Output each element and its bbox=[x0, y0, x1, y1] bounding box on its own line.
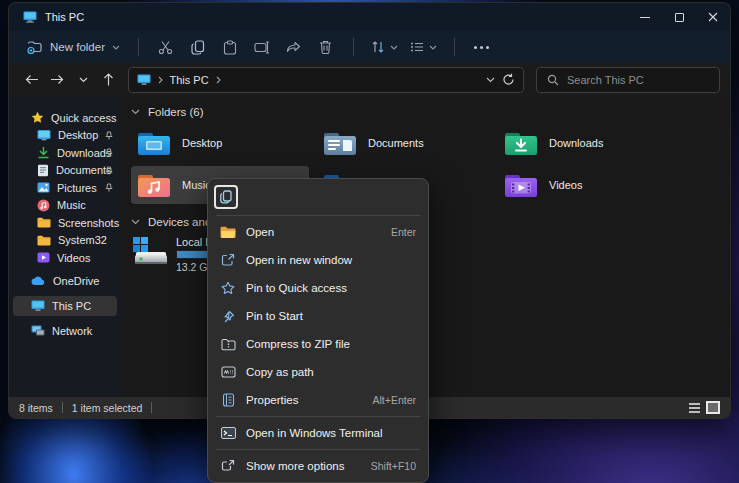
sidebar-item-label: Videos bbox=[57, 252, 90, 264]
menu-item-label: Open in new window bbox=[246, 254, 406, 266]
collapse-chevron-icon bbox=[131, 109, 140, 115]
tile-downloads[interactable]: Downloads bbox=[498, 124, 676, 162]
menu-item-open[interactable]: Open Enter bbox=[212, 218, 424, 246]
terminal-icon bbox=[220, 425, 236, 441]
sidebar-item-label: Network bbox=[52, 325, 92, 337]
rename-icon bbox=[254, 41, 270, 54]
new-folder-button[interactable]: New folder bbox=[21, 37, 126, 57]
sidebar-item-music[interactable]: Music bbox=[9, 197, 121, 215]
paste-button[interactable] bbox=[215, 34, 245, 60]
rename-button[interactable] bbox=[247, 34, 277, 60]
cut-button[interactable] bbox=[151, 34, 181, 60]
large-icons-view-button[interactable] bbox=[706, 401, 720, 414]
breadcrumb-chevron-icon bbox=[158, 76, 163, 84]
tile-documents[interactable]: Documents bbox=[317, 124, 495, 162]
menu-item-open-windows-terminal[interactable]: Open in Windows Terminal bbox=[212, 419, 424, 447]
tile-label: Documents bbox=[368, 137, 424, 149]
details-view-button[interactable] bbox=[687, 401, 701, 414]
tile-videos[interactable]: Videos bbox=[498, 166, 676, 204]
downloads-folder-icon bbox=[504, 129, 538, 157]
sidebar-item-label: OneDrive bbox=[53, 275, 99, 287]
up-button[interactable] bbox=[96, 67, 122, 93]
address-dropdown-icon[interactable] bbox=[486, 77, 495, 83]
local-disk-icon bbox=[131, 235, 169, 267]
pin-icon bbox=[105, 131, 113, 140]
sidebar-item-pictures[interactable]: Pictures bbox=[9, 179, 121, 197]
minimize-button[interactable] bbox=[628, 3, 662, 31]
menu-separator bbox=[216, 215, 420, 216]
menu-item-properties[interactable]: Properties Alt+Enter bbox=[212, 386, 424, 414]
address-bar[interactable]: This PC bbox=[128, 67, 524, 93]
back-icon bbox=[25, 74, 39, 85]
sidebar-item-onedrive[interactable]: OneDrive bbox=[9, 273, 121, 291]
chevron-down-icon bbox=[79, 77, 88, 83]
sidebar-item-label: Downloads bbox=[57, 147, 111, 159]
desktop-icon bbox=[37, 129, 51, 141]
sidebar-item-this-pc[interactable]: This PC bbox=[13, 296, 117, 316]
show-more-icon bbox=[220, 458, 236, 474]
menu-item-label: Compress to ZIP file bbox=[246, 338, 406, 350]
menu-item-compress-zip[interactable]: Compress to ZIP file bbox=[212, 330, 424, 358]
sidebar-item-quick-access[interactable]: Quick access bbox=[9, 109, 121, 127]
menu-item-label: Properties bbox=[246, 394, 363, 406]
delete-button[interactable] bbox=[311, 34, 341, 60]
pin-star-icon bbox=[220, 280, 236, 296]
view-toggles bbox=[687, 401, 720, 414]
section-title: Folders (6) bbox=[148, 106, 204, 118]
sidebar-item-label: Quick access bbox=[51, 112, 116, 124]
menu-item-label: Copy as path bbox=[246, 366, 406, 378]
network-icon bbox=[31, 325, 45, 337]
tile-label: Desktop bbox=[182, 137, 222, 149]
tile-desktop[interactable]: Desktop bbox=[131, 124, 309, 162]
view-button[interactable] bbox=[405, 38, 442, 56]
close-button[interactable] bbox=[696, 3, 730, 31]
menu-item-open-new-window[interactable]: Open in new window bbox=[212, 246, 424, 274]
sidebar-item-system32[interactable]: System32 bbox=[9, 232, 121, 250]
items-count: 8 items bbox=[19, 402, 53, 414]
menu-separator bbox=[216, 449, 420, 450]
sidebar-item-desktop[interactable]: Desktop bbox=[9, 127, 121, 145]
tile-label: Videos bbox=[549, 179, 582, 191]
sidebar-item-label: This PC bbox=[52, 300, 91, 312]
folders-section-header[interactable]: Folders (6) bbox=[131, 104, 724, 120]
pin-icon bbox=[105, 183, 113, 192]
copy-button[interactable] bbox=[214, 185, 238, 209]
sort-button[interactable] bbox=[366, 37, 403, 57]
breadcrumb-chevron-icon[interactable] bbox=[216, 76, 221, 84]
folder-open-icon bbox=[220, 224, 236, 240]
forward-icon bbox=[50, 74, 64, 85]
search-box[interactable] bbox=[536, 67, 720, 93]
sidebar-item-label: Documents bbox=[56, 164, 112, 176]
share-icon bbox=[286, 41, 301, 54]
sidebar-item-screenshots[interactable]: Screenshots bbox=[9, 214, 121, 232]
share-button[interactable] bbox=[279, 34, 309, 60]
menu-item-shortcut: Alt+Enter bbox=[373, 394, 416, 406]
sidebar-item-network[interactable]: Network bbox=[9, 322, 121, 340]
cut-icon bbox=[158, 40, 173, 55]
back-button[interactable] bbox=[19, 67, 45, 93]
breadcrumb[interactable]: This PC bbox=[170, 74, 209, 86]
sidebar-item-documents[interactable]: Documents bbox=[9, 162, 121, 180]
window-title: This PC bbox=[45, 11, 84, 23]
copy-button[interactable] bbox=[183, 34, 213, 60]
maximize-button[interactable] bbox=[662, 3, 696, 31]
see-more-button[interactable] bbox=[467, 34, 497, 60]
sidebar-item-videos[interactable]: Videos bbox=[9, 249, 121, 267]
pin-icon bbox=[105, 148, 113, 157]
menu-item-copy-as-path[interactable]: Copy as path bbox=[212, 358, 424, 386]
copy-path-icon bbox=[220, 364, 236, 380]
menu-item-show-more-options[interactable]: Show more options Shift+F10 bbox=[212, 452, 424, 480]
forward-button[interactable] bbox=[45, 67, 71, 93]
refresh-icon[interactable] bbox=[502, 73, 515, 86]
copy-icon bbox=[220, 190, 232, 204]
chevron-down-icon bbox=[429, 45, 437, 50]
desktop: This PC New folder bbox=[0, 0, 739, 483]
videos-icon bbox=[37, 252, 50, 263]
navigation-pane: Quick access Desktop Downloads Documents bbox=[9, 96, 121, 397]
menu-item-pin-start[interactable]: Pin to Start bbox=[212, 302, 424, 330]
sidebar-item-downloads[interactable]: Downloads bbox=[9, 144, 121, 162]
search-input[interactable] bbox=[567, 74, 709, 86]
recent-locations-button[interactable] bbox=[70, 67, 96, 93]
search-icon bbox=[547, 74, 559, 86]
menu-item-pin-quick-access[interactable]: Pin to Quick access bbox=[212, 274, 424, 302]
